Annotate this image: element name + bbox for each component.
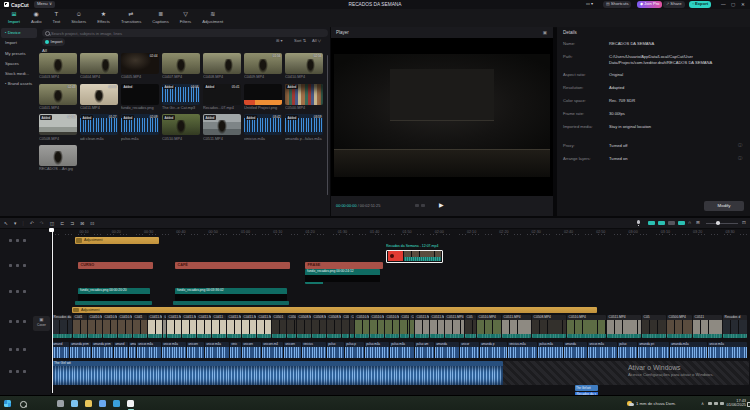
- track-lock-icon[interactable]: [23, 320, 26, 323]
- media-item[interactable]: Added03:42vinicius.m4a: [244, 114, 282, 140]
- media-item[interactable]: Added03:59amanda p...falas.m4a: [285, 114, 323, 140]
- video-clip[interactable]: C0411.M: [182, 315, 196, 338]
- music-clip[interactable]: The Girl wit: [52, 361, 503, 385]
- undo-icon[interactable]: ↶: [30, 221, 34, 226]
- track-lock-icon[interactable]: [23, 264, 26, 267]
- audio-clip[interactable]: amanda: [564, 342, 587, 359]
- browser-icon[interactable]: [99, 400, 106, 407]
- audio-clip[interactable]: unicor.m4a: [708, 342, 747, 359]
- audio-clip[interactable]: amanda prim: [70, 342, 91, 359]
- info-icon[interactable]: ⓘ: [738, 156, 742, 161]
- media-item[interactable]: AddedC0510.MP4: [162, 114, 200, 140]
- audio-clip[interactable]: pulso.m4a: [538, 342, 563, 359]
- maximize-button[interactable]: ▢: [731, 2, 735, 7]
- video-clip[interactable]: C0: [410, 315, 414, 338]
- sidebar-item-device[interactable]: •Device: [1, 28, 37, 38]
- weather-cloud-icon[interactable]: [629, 403, 634, 406]
- media-item[interactable]: 02:44C0405.MP4: [121, 53, 159, 79]
- sort-button[interactable]: Sort ⇅: [294, 38, 306, 43]
- media-item[interactable]: AddedC0511.MP4: [203, 114, 241, 140]
- track-mute-icon[interactable]: [16, 370, 19, 373]
- track-hide-icon[interactable]: [9, 264, 12, 267]
- video-preview[interactable]: [331, 38, 553, 196]
- media-item[interactable]: Added02:10C0508.MP4: [39, 114, 77, 140]
- video-clip[interactable]: C0508.MP4: [297, 315, 311, 338]
- selected-clip-group[interactable]: Recados da Semana - 12:07.mp4: [386, 244, 443, 262]
- ribbon-tab-filters[interactable]: ▽Filters: [180, 10, 191, 24]
- track-hide-icon[interactable]: [9, 290, 12, 293]
- video-clip[interactable]: C0501: [272, 315, 286, 338]
- sidebar-item-stock-medi-[interactable]: Stock medi...: [0, 69, 38, 79]
- track-lock-icon[interactable]: [23, 239, 26, 242]
- audio-clip[interactable]: unicor.m4a: [588, 342, 617, 359]
- video-clip[interactable]: C05: [642, 315, 666, 338]
- audio-clip[interactable]: amanda p: [480, 342, 507, 359]
- video-clip[interactable]: C0510.MP4: [477, 315, 501, 338]
- media-item[interactable]: Added02:09pulso.m4a: [121, 114, 159, 140]
- video-clip[interactable]: C041: [133, 315, 147, 338]
- volume-icon[interactable]: [714, 402, 718, 406]
- video-clip[interactable]: C0411.MP4: [148, 315, 162, 338]
- video-clip[interactable]: C0411.MP4: [242, 315, 256, 338]
- video-clip[interactable]: C0510.MP4: [385, 315, 399, 338]
- redo-icon[interactable]: ↷: [40, 221, 44, 226]
- video-clip[interactable]: C0511.MP4: [415, 315, 429, 338]
- audio-clip[interactable]: pulso.m4a: [390, 342, 414, 359]
- track-hide-icon[interactable]: [9, 370, 12, 373]
- playhead[interactable]: [52, 229, 53, 393]
- search-input[interactable]: Search project, subjects in image, lines: [42, 29, 328, 38]
- view-toggle-button[interactable]: ⊞ ▾: [276, 38, 283, 43]
- notification-icon[interactable]: [747, 402, 750, 408]
- media-item[interactable]: 02:43C0401.MP4: [39, 84, 77, 110]
- video-clip[interactable]: C0: [350, 315, 354, 338]
- media-item[interactable]: 02:56C0410.MP4: [285, 53, 323, 79]
- trim-right-icon[interactable]: ⊐: [70, 221, 74, 226]
- audio-clip[interactable]: unicorn.m4: [262, 342, 283, 359]
- media-scrollbar[interactable]: [327, 55, 329, 195]
- audio-clip[interactable]: pulso.m4a: [365, 342, 389, 359]
- image-clip[interactable]: fundo_recados.png 00:00:20:20: [78, 288, 150, 301]
- video-clip[interactable]: C0508: [287, 315, 296, 338]
- trim-left-icon[interactable]: ⊏: [60, 221, 64, 226]
- adjustment-clip[interactable]: Adjustment: [72, 307, 597, 314]
- track-mute-icon[interactable]: [16, 264, 19, 267]
- audio-clip[interactable]: unicorn: [242, 342, 261, 359]
- audio-clip[interactable]: amand: [114, 342, 128, 359]
- ribbon-tab-stickers[interactable]: ☺Stickers: [71, 10, 86, 24]
- ribbon-tab-captions[interactable]: ≣Captions: [152, 10, 169, 24]
- video-clip[interactable]: C0411.M: [227, 315, 241, 338]
- media-item[interactable]: Added01:27adi clean.m4a: [80, 114, 118, 140]
- track-lock-icon[interactable]: [23, 348, 26, 351]
- modify-button[interactable]: Modify: [704, 201, 744, 211]
- ribbon-tab-effects[interactable]: ★Effects: [97, 10, 110, 24]
- track-mute-icon[interactable]: [16, 290, 19, 293]
- video-clip[interactable]: C0508.MP4: [532, 315, 566, 338]
- track-mute-icon[interactable]: [16, 348, 19, 351]
- title-clip[interactable]: CAFÉ: [175, 262, 290, 269]
- split-icon[interactable]: ◫: [50, 221, 55, 226]
- join-pro-button[interactable]: ◆Join Pro: [637, 1, 662, 8]
- fit-timeline-icon[interactable]: ⊡: [742, 220, 746, 225]
- red-clip[interactable]: [388, 251, 404, 261]
- sidebar-item-import[interactable]: Import: [0, 38, 38, 48]
- video-clip[interactable]: C0511: [693, 315, 722, 338]
- media-item[interactable]: C0404.MP4: [80, 53, 118, 79]
- video-clip[interactable]: C05: [342, 315, 349, 338]
- video-clip[interactable]: C0510.MP4: [567, 315, 606, 338]
- frame-forward-icon[interactable]: [421, 204, 425, 208]
- media-item[interactable]: C0403.MP4: [39, 53, 77, 79]
- edge-icon[interactable]: [113, 400, 120, 407]
- tray-chevron-icon[interactable]: ∧: [701, 401, 704, 406]
- media-item[interactable]: Addedfundo_recados.png: [121, 84, 159, 110]
- track-lock-icon[interactable]: [23, 290, 26, 293]
- video-clip[interactable]: Recados da: [52, 315, 72, 338]
- preview-axis-icon[interactable]: ⊞: [696, 220, 700, 225]
- video-clip[interactable]: 0: [163, 315, 166, 338]
- ribbon-tab-audio[interactable]: ◉Audio: [31, 10, 42, 24]
- media-item[interactable]: C0408.MP4: [203, 53, 241, 79]
- taskbar-search-icon[interactable]: [20, 401, 27, 408]
- capcut-taskbar-icon[interactable]: [127, 400, 134, 407]
- frame-back-icon[interactable]: [415, 204, 419, 208]
- filter-all-button[interactable]: All ▽: [312, 38, 321, 43]
- media-item[interactable]: Added05:41Recados...07.mp4: [203, 84, 241, 110]
